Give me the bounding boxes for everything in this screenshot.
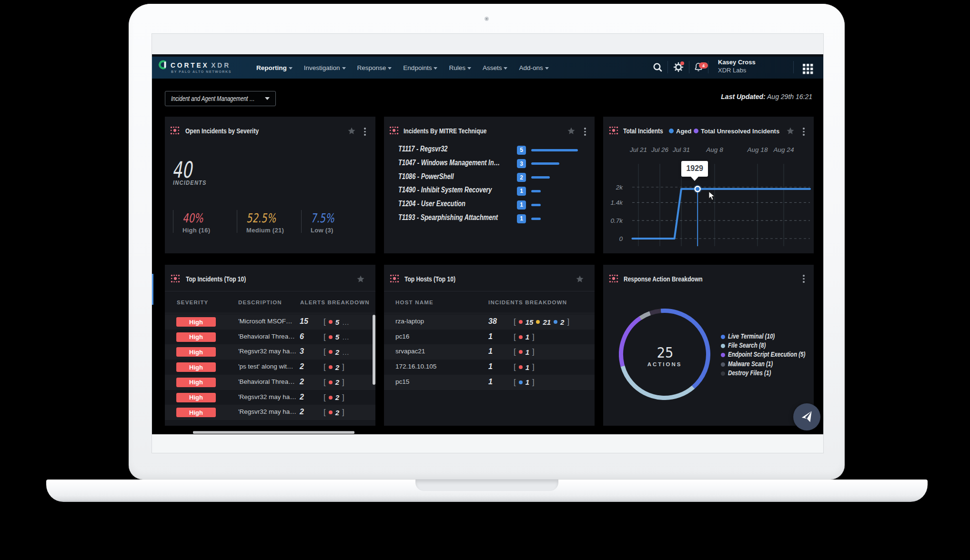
donut-legend-label[interactable]: Malware Scan (1) <box>728 360 773 368</box>
mitre-count-chip: 1 <box>517 187 526 196</box>
last-updated-label: Last Updated: <box>721 93 765 100</box>
mitre-row-label: T1086 - PowerShell <box>398 172 454 181</box>
stat-pct-low: 7.5% <box>311 211 334 225</box>
divider <box>165 313 375 313</box>
col-header-incidents: INCIDENTS BREAKDOWN <box>488 300 567 305</box>
table-row[interactable]: High 'Microsoft MSOF… 15 [5… <box>165 314 375 330</box>
nav-item-response[interactable]: Response <box>357 64 392 71</box>
divider <box>165 291 375 291</box>
table-row[interactable]: High 'ps test' along wit… 2 [2] <box>165 360 375 375</box>
alerts-breakdown: [2] <box>323 378 344 387</box>
severity-badge: High <box>176 347 216 357</box>
kebab-menu-icon[interactable] <box>584 128 586 136</box>
alerts-count: 2 <box>300 362 304 371</box>
nav-item-assets[interactable]: Assets <box>483 64 508 71</box>
chat-button[interactable] <box>793 403 820 430</box>
table-row[interactable]: pc15 1 [1] <box>384 375 595 390</box>
severity-badge: High <box>176 332 216 342</box>
panel-title: Top Hosts (Top 10) <box>404 275 455 283</box>
mitre-count-chip: 2 <box>517 173 526 182</box>
table-row[interactable]: pc16 1 [1] <box>384 330 595 345</box>
last-updated-value: Aug 29th 16:21 <box>767 93 812 100</box>
nav-separator <box>793 61 794 73</box>
nav-item-addons[interactable]: Add-ons <box>519 64 548 71</box>
user-name[interactable]: Kasey Cross <box>718 59 756 66</box>
star-icon[interactable] <box>567 127 576 135</box>
widget-icon <box>609 274 618 283</box>
donut-legend-label[interactable]: Live Terminal (10) <box>728 332 775 340</box>
nav-item-reporting[interactable]: Reporting <box>256 64 293 71</box>
search-icon[interactable] <box>652 62 663 72</box>
donut-legend-label[interactable]: Destroy Files (1) <box>728 369 771 377</box>
kebab-menu-icon[interactable] <box>364 128 366 136</box>
nav-item-endpoints[interactable]: Endpoints <box>403 64 437 71</box>
alerts-breakdown: [2… <box>323 347 350 357</box>
stat-divider <box>173 210 173 233</box>
panel-title: Top Incidents (Top 10) <box>186 275 246 283</box>
mitre-row-label: T1204 - User Execution <box>398 200 465 208</box>
widget-icon <box>389 126 399 135</box>
vertical-scrollbar-thumb[interactable] <box>373 315 375 385</box>
chevron-down-icon <box>265 97 270 100</box>
chevron-down-icon <box>434 67 437 70</box>
stat-label-medium: Medium (21) <box>246 227 284 234</box>
chevron-down-icon <box>467 67 471 70</box>
widget-icon <box>390 274 399 283</box>
table-row[interactable]: High 'Regsvr32 may ha… 2 [2] <box>165 390 375 405</box>
incidents-breakdown: [15212] <box>514 317 569 327</box>
alerts-breakdown: [5… <box>323 332 350 342</box>
star-icon[interactable] <box>576 275 584 283</box>
stat-label-low: Low (3) <box>311 227 333 234</box>
donut-legend-label[interactable]: Endpoint Script Execution (5) <box>728 350 805 358</box>
alerts-breakdown: [5… <box>323 317 350 327</box>
apps-grid-icon[interactable] <box>803 64 813 74</box>
mouse-cursor <box>708 191 716 201</box>
gear-alert-dot <box>680 61 684 65</box>
table-row[interactable]: High 'Behavioral Threa… 6 [5… <box>165 330 375 345</box>
col-header-severity: SEVERITY <box>177 300 208 305</box>
chevron-down-icon <box>289 67 293 70</box>
mitre-bar <box>531 218 541 220</box>
table-row[interactable]: High 'Regsvr32 may ha… 2 [2] <box>165 405 375 420</box>
table-row[interactable]: rza-laptop 38 [15212] <box>384 314 595 330</box>
brand-title: CORTEXXDR <box>171 61 231 69</box>
page-bottom-strip <box>152 434 823 453</box>
incidents-total-label: INCIDENTS <box>173 179 207 186</box>
col-header-description: DESCRIPTION <box>238 300 282 305</box>
chevron-down-icon <box>342 67 346 70</box>
star-icon[interactable] <box>356 275 365 283</box>
nav-item-rules[interactable]: Rules <box>449 64 471 71</box>
mitre-row-label: T1490 - Inhibit System Recovery <box>398 186 492 194</box>
mitre-count-chip: 5 <box>517 146 526 155</box>
dashboard-selector-value: Incident and Agent Management … <box>171 95 255 102</box>
divider <box>384 313 595 313</box>
star-icon[interactable] <box>347 127 356 135</box>
table-row[interactable]: High 'Behavioral Threa… 2 [2] <box>165 375 375 390</box>
mitre-row-label: T1193 - Spearphishing Attachment <box>398 213 498 222</box>
severity-badge: High <box>176 362 216 372</box>
horizontal-scrollbar-thumb[interactable] <box>193 431 354 434</box>
mitre-bar <box>531 190 541 192</box>
table-row[interactable]: srvapac21 1 [1] <box>384 344 595 360</box>
laptop-base-notch <box>415 480 558 491</box>
table-row[interactable]: 172.16.10.105 1 [1] <box>384 360 595 375</box>
chevron-down-icon <box>388 67 392 70</box>
divider <box>384 291 595 291</box>
host-name: 172.16.10.105 <box>395 363 436 370</box>
mitre-count-chip: 1 <box>517 200 526 210</box>
paper-plane-icon <box>799 409 815 425</box>
incidents-count: 1 <box>488 347 493 356</box>
nav-separator <box>689 61 689 73</box>
nav-item-investigation[interactable]: Investigation <box>304 64 346 71</box>
total-incidents-chart <box>603 117 814 253</box>
incident-description: 'ps test' along wit… <box>238 363 293 370</box>
cortex-logo-icon <box>159 60 168 70</box>
dashboard-selector[interactable]: Incident and Agent Management … <box>165 91 276 106</box>
kebab-menu-icon[interactable] <box>803 275 805 283</box>
laptop-camera <box>485 17 489 21</box>
incidents-count: 1 <box>488 332 493 341</box>
donut-legend-label[interactable]: File Search (8) <box>728 341 766 349</box>
nav-separator <box>667 61 668 73</box>
incident-description: 'Regsvr32 may ha… <box>238 408 296 415</box>
table-row[interactable]: High 'Regsvr32 may ha… 3 [2… <box>165 344 375 360</box>
